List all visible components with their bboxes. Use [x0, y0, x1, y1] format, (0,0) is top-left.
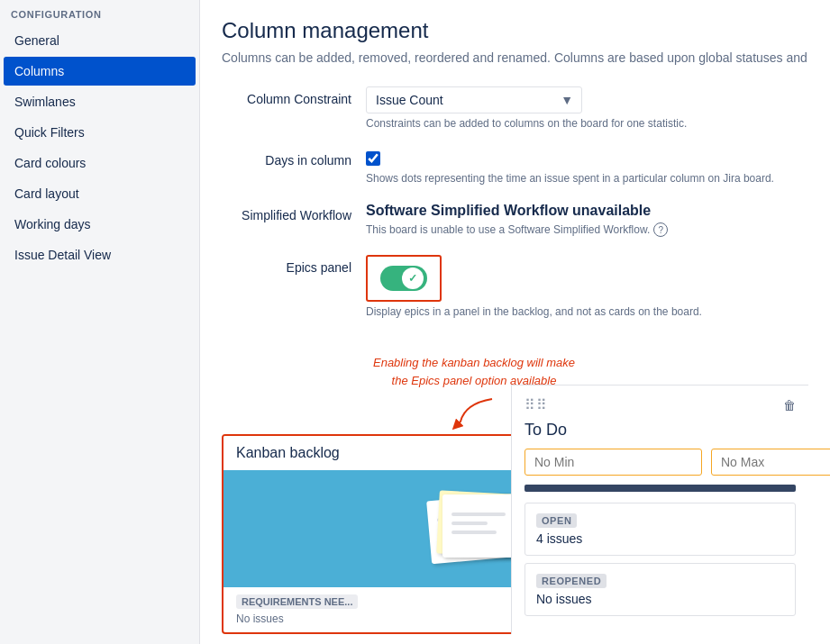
column-constraint-control: Issue Count Issue Points ▼ Constraints c…: [366, 86, 808, 130]
sidebar-item-working-days[interactable]: Working days: [4, 210, 196, 239]
help-icon[interactable]: ?: [653, 222, 668, 237]
sidebar-item-quick-filters[interactable]: Quick Filters: [4, 118, 196, 147]
reopened-issues-count: No issues: [536, 592, 784, 606]
epics-panel-row: Epics panel ✓ Display epics in a panel i…: [222, 255, 808, 318]
reopened-status-badge: REOPENED: [536, 574, 607, 588]
days-in-column-hint: Shows dots representing the time an issu…: [366, 172, 808, 185]
simplified-workflow-title: Software Simplified Workflow unavailable: [366, 203, 808, 219]
open-status-badge: OPEN: [536, 513, 577, 528]
sidebar-item-card-colours[interactable]: Card colours: [4, 149, 196, 177]
drag-handle-icon[interactable]: ⠿⠿: [524, 396, 548, 413]
status-item-reopened: REOPENED No issues: [524, 563, 796, 616]
epics-panel-box: ✓: [366, 255, 442, 302]
sidebar-section-label: CONFIGURATION: [0, 0, 199, 25]
sidebar-item-card-layout[interactable]: Card layout: [4, 179, 196, 208]
column-constraint-row: Column Constraint Issue Count Issue Poin…: [222, 86, 808, 130]
main-content: Column management Columns can be added, …: [200, 0, 830, 644]
days-in-column-control: Shows dots representing the time an issu…: [366, 148, 808, 185]
days-in-column-row: Days in column Shows dots representing t…: [222, 148, 808, 185]
sidebar-item-general[interactable]: General: [4, 26, 196, 55]
epics-panel-label: Epics panel: [222, 255, 366, 275]
simplified-workflow-control: Software Simplified Workflow unavailable…: [366, 203, 808, 237]
bottom-section: Enabling the kanban backlog will make th…: [222, 354, 808, 634]
days-in-column-label: Days in column: [222, 148, 366, 168]
column-constraint-select-wrapper: Issue Count Issue Points ▼: [366, 86, 582, 113]
toggle-knob: ✓: [402, 268, 424, 289]
status-item-open: OPEN 4 issues: [524, 503, 796, 556]
requirements-badge: REQUIREMENTS NEE...: [236, 594, 358, 609]
simplified-workflow-row: Simplified Workflow Software Simplified …: [222, 203, 808, 237]
panel-header: ⠿⠿ 🗑: [524, 396, 796, 413]
sidebar: CONFIGURATION General Columns Swimlanes …: [0, 0, 200, 644]
sidebar-item-issue-detail-view[interactable]: Issue Detail View: [4, 240, 196, 269]
max-input[interactable]: [711, 449, 830, 476]
min-input[interactable]: [524, 449, 702, 476]
column-constraint-select[interactable]: Issue Count Issue Points: [366, 86, 582, 113]
column-constraint-hint: Constraints can be added to columns on t…: [366, 117, 808, 130]
check-icon: ✓: [408, 272, 417, 285]
epics-panel-hint: Display epics in a panel in the backlog,…: [366, 305, 808, 318]
open-issues-count: 4 issues: [536, 531, 784, 546]
sidebar-item-columns[interactable]: Columns: [4, 57, 196, 86]
panel-title: To Do: [524, 421, 796, 440]
epics-panel-control: ✓ Display epics in a panel in the backlo…: [366, 255, 808, 318]
epics-panel-toggle[interactable]: ✓: [380, 266, 427, 291]
simplified-workflow-description: This board is unable to use a Software S…: [366, 222, 808, 237]
column-constraint-label: Column Constraint: [222, 86, 366, 106]
sidebar-item-swimlanes[interactable]: Swimlanes: [4, 87, 196, 116]
panel-bar: [524, 485, 796, 492]
min-max-row: [524, 449, 796, 476]
column-panel: ⠿⠿ 🗑 To Do OPEN 4 issues REOPENED No iss…: [511, 385, 808, 634]
days-in-column-checkbox[interactable]: [366, 151, 380, 166]
annotation-arrow-icon: [447, 395, 501, 431]
page-title: Column management: [222, 18, 808, 43]
page-description: Columns can be added, removed, reordered…: [222, 50, 808, 65]
simplified-workflow-label: Simplified Workflow: [222, 203, 366, 222]
delete-icon[interactable]: 🗑: [783, 398, 796, 413]
